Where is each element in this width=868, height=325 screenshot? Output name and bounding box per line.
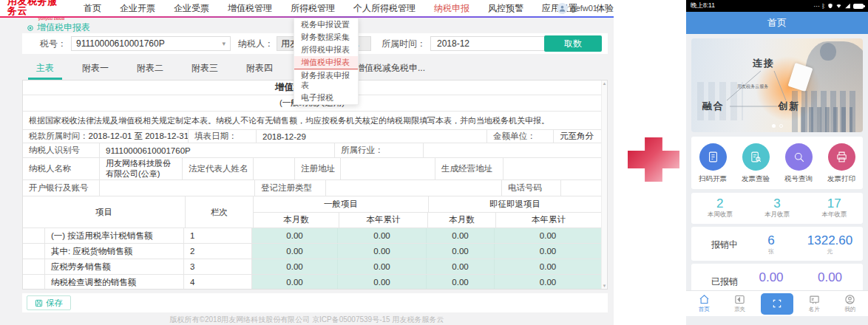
shortcut-invoice-check[interactable]: 发票查验 <box>734 137 777 189</box>
tab-invoice-wallet[interactable]: 票夹 <box>725 294 755 313</box>
value-cell[interactable]: 0.00 <box>427 228 495 243</box>
row-gutter <box>23 259 45 274</box>
value-cell[interactable]: 0.00 <box>495 244 601 259</box>
row-item-label: 其中: 应税货物销售额 <box>45 244 184 259</box>
scroll-down-icon[interactable]: ▼ <box>603 284 607 288</box>
row-item-label: 应税劳务销售额 <box>45 259 184 274</box>
nav-item-home[interactable]: 首页 <box>84 2 101 15</box>
tab-schedule-1[interactable]: 附表一 <box>68 59 123 80</box>
form-instruction: 根据国家税收法律法规及增值税相关规定制定本表。纳税人不论有无销售额，均应按税务机… <box>23 112 601 129</box>
table-row: (一) 按适用税率计税销售额 1 0.00 0.00 0.00 0.00 <box>23 228 601 244</box>
tab-main-sheet[interactable]: 主表 <box>22 59 68 80</box>
nav-item-personal-tax-mgmt[interactable]: 个人所得税管理 <box>353 2 416 15</box>
col-header-item: 项目 <box>23 196 186 228</box>
stat-month[interactable]: 3 本月收票 <box>748 193 805 224</box>
save-button[interactable]: 保存 <box>27 295 71 310</box>
carousel-dot-active[interactable] <box>772 124 776 128</box>
value-cell[interactable]: 0.00 <box>252 244 338 259</box>
scan-button[interactable] <box>761 293 793 315</box>
tax-no-select[interactable]: 91110000610001760P ▾ <box>71 36 231 51</box>
nav-item-vat-mgmt[interactable]: 增值税管理 <box>228 2 272 15</box>
carousel-dots[interactable] <box>691 124 863 128</box>
biz-addr-value <box>503 158 601 179</box>
taxpayer-id-value: 91110000610001760P <box>100 143 335 157</box>
value-cell[interactable]: 0.00 <box>252 228 338 243</box>
shortcut-scan-invoice[interactable]: 扫码开票 <box>691 137 734 189</box>
value-cell[interactable]: 0.00 <box>427 275 495 290</box>
reimbursing-card[interactable]: 报销中 6 张 1322.60 元 <box>691 227 863 261</box>
fetch-data-button[interactable]: 取数 <box>544 35 602 52</box>
phone-label: 电话号码 <box>502 180 561 196</box>
receipt-stats: 2 本周收票 3 本月收票 17 本年收票 <box>691 193 863 224</box>
fill-date-value: 2018-12-29 <box>257 130 487 143</box>
nav-item-receiving[interactable]: 企业受票 <box>174 2 209 15</box>
hero-carousel[interactable]: 连接 用友税务云服务 融合 创新 <box>691 38 863 132</box>
taxpayer-name-label: 纳税人名称 <box>23 158 100 179</box>
stat-value: 3 <box>773 197 780 210</box>
search-icon <box>793 151 805 163</box>
grid-header: 项目 栏次 一般项目 即征即退项目 本月数 本年累计 本月数 本年累计 <box>23 196 601 228</box>
group-header-refund: 即征即退项目 <box>429 196 601 212</box>
phone-status-bar: 晚上8:11 ⋯ ᛒ <box>686 0 868 12</box>
tab-home[interactable]: 首页 <box>689 294 719 313</box>
nav-item-risk-alert[interactable]: 风控预警 <box>488 2 523 15</box>
menu-item-income-tax-return[interactable]: 所得税申报表 <box>294 44 358 56</box>
shortcut-taxno-query[interactable]: 税号查询 <box>777 137 820 189</box>
tab-schedule-2[interactable]: 附表二 <box>123 59 177 80</box>
tax-no-value: 91110000610001760P <box>76 38 165 49</box>
menu-item-finance-data[interactable]: 财务数据采集 <box>294 31 358 44</box>
table-scrollbar[interactable]: ▲ ▼ <box>601 81 607 289</box>
shortcut-label: 发票查验 <box>742 174 770 184</box>
row-gutter <box>23 275 45 290</box>
nav-item-tax-filing[interactable]: 纳税申报 <box>434 2 469 15</box>
value-cell[interactable]: 0.00 <box>427 259 495 274</box>
value-cell[interactable]: 0.00 <box>338 259 427 274</box>
menu-item-vat-return[interactable]: 增值税申报表 <box>294 56 358 69</box>
stat-week[interactable]: 2 本周收票 <box>691 193 748 224</box>
menu-item-financial-statement[interactable]: 财务报表申报表 <box>294 69 358 92</box>
tab-schedule-4[interactable]: 附表四 <box>232 59 287 80</box>
tab-profile[interactable]: 我的 <box>835 294 865 313</box>
nav-item-income-tax-mgmt[interactable]: 所得税管理 <box>291 2 335 15</box>
person-circle-icon <box>844 294 855 305</box>
nav-item-experience[interactable]: 体验 <box>596 2 614 15</box>
reimbursing-amount: 1322.60 <box>799 234 861 247</box>
value-cell[interactable]: 0.00 <box>495 228 601 243</box>
value-cell[interactable]: 0.00 <box>495 275 601 290</box>
value-cell[interactable]: 0.00 <box>338 228 427 243</box>
row-gutter <box>23 228 45 243</box>
save-icon <box>35 299 43 307</box>
tab-business-card[interactable]: 名片 <box>799 294 829 313</box>
col-header-index: 栏次 <box>186 196 254 228</box>
stat-year[interactable]: 17 本年收票 <box>806 193 863 224</box>
value-cell[interactable]: 0.00 <box>427 244 495 259</box>
row-item-label: (一) 按适用税率计税销售额 <box>45 228 184 243</box>
carousel-dot[interactable] <box>779 124 783 128</box>
scroll-up-icon[interactable]: ▲ <box>603 81 607 86</box>
value-cell[interactable]: 0.00 <box>252 275 338 290</box>
shortcut-label: 扫码开票 <box>699 174 727 184</box>
value-cell[interactable]: 0.00 <box>338 275 427 290</box>
menu-item-e-filing[interactable]: 电子报税 <box>294 92 358 104</box>
copyright-footer: 版权所有©2018用友网络科技股份有限公司 京ICP备05007539号-15 … <box>0 315 614 325</box>
screenshot-root: 用友税务服务云 yonyou cloud 首页 企业开票 企业受票 增值税管理 … <box>0 0 868 325</box>
menu-item-filing-settings[interactable]: 税务申报设置 <box>294 18 358 31</box>
shortcut-invoice-print[interactable]: 发票打印 <box>820 137 863 189</box>
row-index: 3 <box>184 259 252 274</box>
invoice-verify-icon <box>750 151 762 163</box>
report-tabs: 主表 附表一 附表二 附表三 附表四 附表五 增值税减免税申... <box>22 59 439 80</box>
reg-addr-label: 注册地址 <box>295 158 341 179</box>
period-input[interactable]: 2018-12 <box>430 36 556 51</box>
legal-rep-label: 法定代表人姓名 <box>183 158 254 179</box>
tab-schedule-3[interactable]: 附表三 <box>177 59 232 80</box>
mobile-app: 晚上8:11 ⋯ ᛒ 首页 <box>686 0 868 325</box>
value-cell[interactable]: 0.00 <box>252 259 338 274</box>
col-header-month-refund: 本月数 <box>428 213 496 228</box>
nav-item-invoicing[interactable]: 企业开票 <box>120 2 155 15</box>
period-row-label: 税款所属时间： <box>29 131 89 142</box>
value-cell[interactable]: 0.00 <box>338 244 427 259</box>
user-menu[interactable]: gefw01 <box>557 0 597 16</box>
value-cell[interactable]: 0.00 <box>495 259 601 274</box>
bank-row: 开户银行及账号 登记注册类型 电话号码 <box>23 180 601 196</box>
reg-addr-value <box>341 158 435 179</box>
